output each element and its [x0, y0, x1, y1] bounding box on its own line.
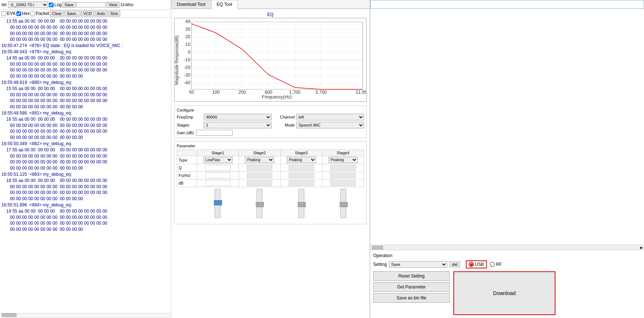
log-line: 00 00 00 00 00 00 00 00 00 00 00 00 00 0…	[1, 190, 169, 196]
stages-select[interactable]: 1	[204, 122, 272, 128]
log-line: 16:55:48.043 <879> my_debug_eq:	[1, 49, 169, 55]
log-line: 17 55 aa 00 00 00 00 00 00 00 00 00 00 0…	[1, 147, 169, 153]
stage4-type-select[interactable]: Peaking	[328, 157, 358, 163]
log-line: 16 55 aa 00 00 00 00 00 00 00 00 00 00 0…	[1, 116, 169, 123]
stage2-slider-thumb[interactable]	[256, 202, 264, 207]
auto-button[interactable]: Auto	[95, 11, 108, 16]
packet-checkbox[interactable]	[30, 11, 35, 16]
clear-button[interactable]: Clear	[50, 11, 64, 16]
stage4-db-input[interactable]: 0.0	[330, 180, 356, 186]
stage2-db-input[interactable]: 0.0	[247, 180, 272, 186]
left-toolbar: INI t1_02M2-T0.i Log Save View 16 MHz	[0, 0, 171, 10]
tab-eq-tool[interactable]: EQ Tool	[211, 0, 238, 9]
left-op-buttons: Reset Setting Get Parameter Save as bin …	[373, 271, 450, 303]
log-line: 00 00 00 00 00 00 00 00 00 00 00 00	[1, 226, 169, 233]
log-line: 00 00 00 00 00 00 00 00 00 00 00 00	[1, 73, 169, 80]
hex-checkbox[interactable]	[16, 11, 21, 16]
evk-label: EVK	[7, 11, 16, 16]
middle-panel: Download Tool EQ Tool EQ Magnitude Respo…	[171, 0, 370, 318]
usb-radio-wrapper[interactable]: USB	[466, 260, 487, 268]
stage1-type-select[interactable]: LowPass	[203, 157, 233, 163]
fc-row: Fc(Hz) 50 1150 2250 3350	[177, 172, 364, 179]
stage2-type-select[interactable]: Peaking	[245, 157, 274, 163]
log-line: 18 55 aa 00 00 00 00 00 00 00 00 00 00 0…	[1, 178, 169, 184]
freqsmp-label: FreqSmp	[177, 115, 202, 119]
ini-select[interactable]: t1_02M2-T0.i	[8, 1, 48, 8]
stage2-fc-input[interactable]: 1150	[247, 172, 272, 178]
stage1-db-input[interactable]: 0.0	[205, 180, 231, 186]
stage4-slider-thumb[interactable]	[340, 202, 348, 207]
save-button[interactable]: Save	[62, 2, 76, 8]
left-scrollbar[interactable]	[0, 313, 171, 318]
usb-radio-circle[interactable]	[469, 262, 474, 267]
log-line: 00 00 00 00 00 00 00 00 00 00 00 00	[1, 135, 169, 141]
log-line: 00 00 00 00 00 00 00 00 00 00 00 00 00 0…	[1, 214, 169, 221]
log-line: 16:55:47.274 <878> EQ state : EQ is load…	[1, 43, 169, 49]
db-row: dB 0.0 0.0 0.0 0.0	[177, 179, 364, 187]
log-line: 00 00 00 00 00 00 00 00 00 00 00 00 00 0…	[1, 24, 169, 31]
configure-section: Configure FreqSmp 48000 Channel left Sta…	[174, 105, 367, 138]
stage2-q-input[interactable]: 2.0	[247, 165, 272, 171]
configure-title: Configure	[177, 108, 364, 112]
setting-select[interactable]: Save	[389, 261, 447, 268]
rf-radio-wrapper[interactable]: RF	[490, 262, 502, 267]
log-line: 16:55:51.896 <884> my_debug_eq:	[1, 202, 169, 208]
vcd-button[interactable]: VCD	[81, 11, 94, 16]
gain-input[interactable]: 0	[196, 130, 233, 136]
right-scrollbar-h[interactable]: ▶	[370, 245, 644, 250]
stage2-header: Stage2	[239, 150, 281, 156]
log-line: 19 55 aa 00 00 00 00 00 00 00 00 00 00 0…	[1, 208, 169, 214]
stage4-header: Stage4	[322, 150, 364, 156]
save-dots-button[interactable]: Save..	[65, 11, 80, 16]
rf-radio-circle[interactable]	[490, 262, 495, 267]
log-checkbox[interactable]	[49, 3, 54, 7]
right-top-input[interactable]	[370, 0, 644, 9]
stage3-slider-thumb[interactable]	[298, 202, 306, 207]
log-line: 13 55 aa 00 00 00 00 00 00 00 00 00 00 0…	[1, 18, 169, 24]
del-button[interactable]: del	[449, 261, 460, 267]
log-line: 14 55 aa 00 00 00 00 00 00 00 00 00 00 0…	[1, 55, 169, 61]
log-line: 16:55:50.349 <882> my_debug_eq:	[1, 141, 169, 147]
view-input[interactable]	[77, 2, 106, 7]
log-line: 00 00 00 00 00 00 00 00 00 00 00 00 00 0…	[1, 92, 169, 98]
svg-text:5,700: 5,700	[316, 90, 327, 95]
eq-chart: Magnitude Response(dB)	[174, 18, 367, 102]
channel-select[interactable]: left	[296, 114, 364, 120]
log-line: 00 00 00 00 00 00 00 00 00 00 00 00 00 0…	[1, 184, 169, 190]
channel-label: Channel	[273, 115, 295, 119]
stage3-type-select[interactable]: Peaking	[287, 157, 316, 163]
stage1-fc-input[interactable]: 50	[205, 172, 231, 178]
reset-setting-button[interactable]: Reset Setting	[373, 271, 450, 281]
view-button[interactable]: View	[106, 2, 120, 8]
stage3-db-input[interactable]: 0.0	[289, 180, 314, 186]
save-bin-button[interactable]: Save as bin file	[373, 293, 450, 303]
stage4-q-input[interactable]: 2.0	[330, 165, 356, 171]
svg-text:-30: -30	[184, 73, 190, 78]
stages-label: Stages	[177, 123, 202, 127]
stage3-fc-input[interactable]: 2250	[289, 172, 314, 178]
get-parameter-button[interactable]: Get Parameter	[373, 282, 450, 292]
freqsmp-select[interactable]: 48000	[204, 114, 272, 120]
log-line: 00 00 00 00 00 00 00 00 00 00 00 00 00 0…	[1, 67, 169, 73]
rf-label: RF	[496, 262, 502, 267]
stage4-fc-input[interactable]: 3350	[330, 172, 356, 178]
mode-select[interactable]: Speech MIC	[296, 122, 364, 128]
view-value: 16	[120, 3, 125, 7]
stage3-q-input[interactable]: 2.0	[289, 165, 314, 171]
svg-text:0: 0	[188, 50, 190, 55]
tab-download-tool[interactable]: Download Tool	[171, 0, 211, 8]
q-label: Q	[177, 164, 197, 172]
download-button-wrapper: Download	[453, 271, 555, 315]
evk-checkbox[interactable]	[1, 11, 6, 16]
log-line: 00 00 00 00 00 00 00 00 00 00 00 00 00 0…	[1, 153, 169, 159]
stage1-q-input[interactable]: 2.0	[205, 165, 231, 171]
parameter-title: Parameter	[177, 144, 364, 148]
download-button[interactable]: Download	[453, 271, 555, 315]
log-line: 00 00 00 00 00 00 00 00 00 00 00 00 00 0…	[1, 128, 169, 135]
fc-label: Fc(Hz)	[177, 172, 197, 179]
log-line: 00 00 00 00 00 00 00 00 00 00 00 00 00 0…	[1, 31, 169, 37]
svg-text:30: 30	[186, 27, 191, 32]
size-button[interactable]: Size	[108, 11, 120, 16]
svg-text:-20: -20	[184, 65, 190, 70]
stage1-slider-thumb[interactable]	[214, 200, 222, 205]
